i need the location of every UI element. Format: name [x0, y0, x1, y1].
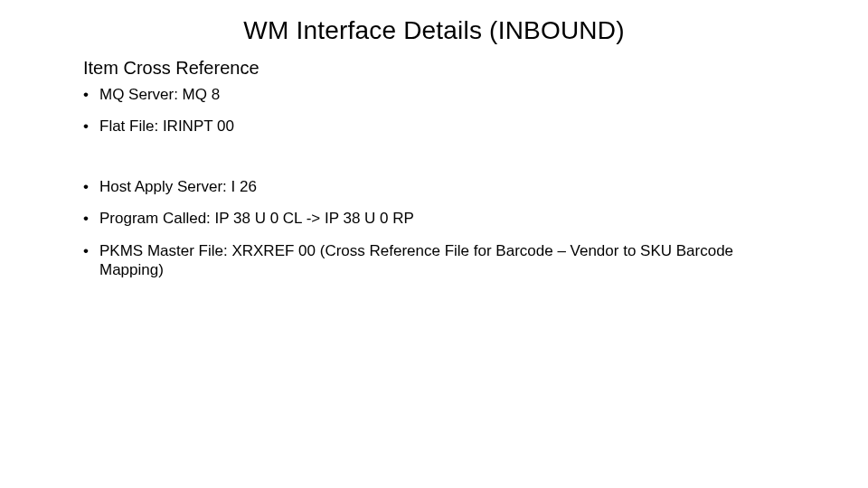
list-item: Flat File: IRINPT 00 — [83, 117, 796, 136]
bullet-group-1: MQ Server: MQ 8 Flat File: IRINPT 00 — [83, 85, 796, 149]
list-item: Program Called: IP 38 U 0 CL -> IP 38 U … — [83, 209, 796, 228]
section-heading: Item Cross Reference — [83, 58, 259, 79]
bullet-group-2: Host Apply Server: I 26 Program Called: … — [83, 177, 796, 292]
list-item: Host Apply Server: I 26 — [83, 177, 796, 196]
list-item-text: Host Apply Server: I 26 — [99, 178, 257, 195]
slide: WM Interface Details (INBOUND) Item Cros… — [0, 0, 868, 488]
list-item: PKMS Master File: XRXREF 00 (Cross Refer… — [83, 241, 796, 280]
list-item-text: MQ Server: MQ 8 — [99, 86, 220, 103]
list-item-text: Flat File: IRINPT 00 — [99, 117, 234, 135]
list-item: MQ Server: MQ 8 — [83, 85, 796, 104]
list-item-text: Program Called: IP 38 U 0 CL -> IP 38 U … — [99, 210, 414, 227]
list-item-text: PKMS Master File: XRXREF 00 (Cross Refer… — [99, 242, 733, 278]
page-title: WM Interface Details (INBOUND) — [0, 16, 868, 45]
